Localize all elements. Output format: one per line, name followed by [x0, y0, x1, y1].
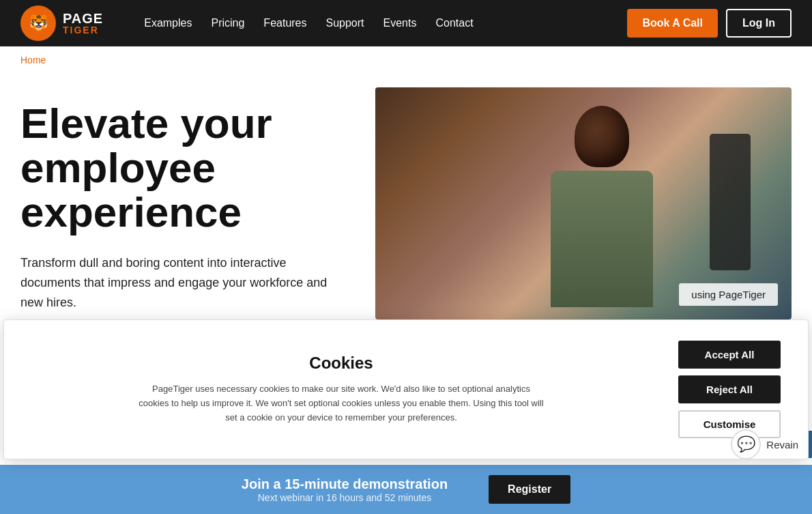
- accept-all-button[interactable]: Accept All: [678, 341, 781, 369]
- cookie-title: Cookies: [31, 354, 651, 373]
- cookie-description: PageTiger uses necessary cookies to make…: [136, 382, 546, 425]
- book-call-button[interactable]: Book A Call: [627, 9, 718, 38]
- nav-support[interactable]: Support: [326, 17, 364, 29]
- demo-banner: Join a 15-minute demonstration Next webi…: [0, 465, 812, 514]
- demo-title: Join a 15-minute demonstration: [242, 476, 448, 492]
- demo-subtitle: Next webinar in 16 hours and 52 minutes: [242, 492, 448, 503]
- hero-image: using PageTiger: [375, 87, 792, 319]
- cookie-text-area: Cookies PageTiger uses necessary cookies…: [31, 354, 651, 425]
- logo-tiger: TIGER: [63, 25, 103, 35]
- revain-icon: 💬: [731, 429, 761, 459]
- hero-section: Elevate your employee experience Transfo…: [0, 74, 812, 347]
- nav-right: Book A Call Log In: [627, 9, 792, 38]
- breadcrumb: Home: [0, 46, 812, 74]
- logo-text: PAGE TIGER: [63, 12, 103, 35]
- nav-contact[interactable]: Contact: [435, 17, 473, 29]
- person-silhouette: [534, 106, 670, 317]
- bg-figure: [710, 134, 751, 270]
- logo[interactable]: 🐯 PAGE TIGER: [20, 5, 103, 41]
- cookie-buttons: Accept All Reject All Customise: [678, 341, 781, 438]
- hero-description: Transform dull and boring content into i…: [20, 253, 348, 312]
- nav-events[interactable]: Events: [383, 17, 417, 29]
- image-caption: using PageTiger: [679, 283, 778, 306]
- demo-text: Join a 15-minute demonstration Next webi…: [242, 476, 448, 503]
- hero-title: Elevate your employee experience: [20, 101, 348, 234]
- register-button[interactable]: Register: [489, 475, 570, 504]
- person-head: [575, 106, 629, 167]
- logo-icon: 🐯: [20, 5, 56, 41]
- nav-pricing[interactable]: Pricing: [211, 17, 244, 29]
- nav-examples[interactable]: Examples: [144, 17, 192, 29]
- revain-label: Revain: [766, 439, 798, 451]
- cookie-banner: Cookies PageTiger uses necessary cookies…: [3, 319, 809, 459]
- breadcrumb-home[interactable]: Home: [20, 55, 46, 66]
- person-body: [551, 171, 653, 307]
- reject-all-button[interactable]: Reject All: [678, 375, 781, 403]
- logo-page: PAGE: [63, 12, 103, 25]
- login-button[interactable]: Log In: [726, 9, 792, 38]
- nav-features[interactable]: Features: [263, 17, 306, 29]
- hero-text: Elevate your employee experience Transfo…: [20, 87, 348, 313]
- nav-links: Examples Pricing Features Support Events…: [144, 17, 473, 29]
- navbar: 🐯 PAGE TIGER Examples Pricing Features S…: [0, 0, 812, 46]
- revain-widget[interactable]: 💬 Revain: [731, 429, 798, 459]
